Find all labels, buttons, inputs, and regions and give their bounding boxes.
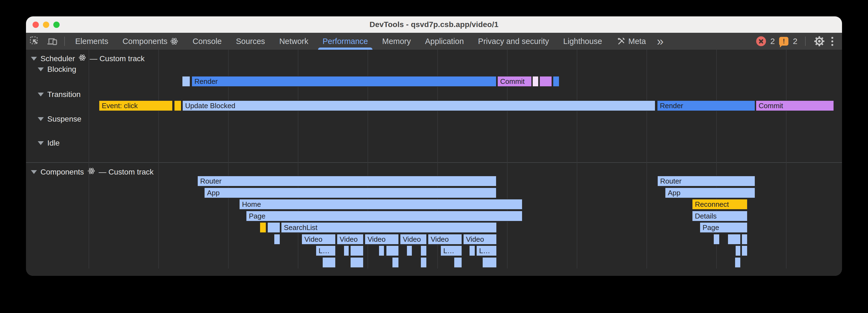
tab-lighthouse[interactable]: Lighthouse xyxy=(556,33,609,50)
flame-bar-video[interactable]: Video xyxy=(463,234,497,245)
settings-gear-icon[interactable] xyxy=(813,35,825,47)
collapse-triangle-icon[interactable] xyxy=(38,67,44,71)
flame-bar-home[interactable]: Home xyxy=(239,199,523,210)
flame-bar-event-click[interactable]: Event: click xyxy=(99,100,173,111)
tab-label: Performance xyxy=(322,37,368,46)
devtools-tabbar: ElementsComponentsConsoleSourcesNetworkP… xyxy=(26,33,842,50)
flame-bar-video[interactable]: Video xyxy=(301,234,336,245)
collapse-triangle-icon[interactable] xyxy=(38,93,44,96)
flame-bar-app[interactable]: App xyxy=(204,187,497,198)
flame-bar[interactable] xyxy=(482,257,497,268)
lane-suspense[interactable]: Suspense xyxy=(38,115,82,124)
lane-transition[interactable]: Transition xyxy=(38,90,81,99)
track-name: Components xyxy=(40,168,84,176)
flame-bar[interactable] xyxy=(420,245,427,256)
flame-bar[interactable] xyxy=(267,222,280,233)
flame-bar[interactable] xyxy=(735,257,741,268)
more-tabs-icon[interactable]: » xyxy=(653,33,667,50)
flame-bar-render[interactable]: Render xyxy=(191,76,497,87)
flame-bar-app[interactable]: App xyxy=(665,187,755,198)
tools-icon xyxy=(616,37,626,46)
collapse-triangle-icon[interactable] xyxy=(31,170,37,174)
timeline-gridline xyxy=(647,50,647,269)
error-count[interactable]: 2 xyxy=(770,37,775,46)
flame-bar-reconnect[interactable]: Reconnect xyxy=(692,199,748,210)
error-badge-icon[interactable] xyxy=(756,36,766,46)
flame-bar[interactable] xyxy=(532,76,539,87)
flame-bar[interactable] xyxy=(469,245,475,256)
flame-bar-video[interactable]: Video xyxy=(365,234,399,245)
inspect-icon[interactable] xyxy=(26,33,43,50)
flame-bar-details[interactable]: Details xyxy=(692,211,748,221)
timeline-gridline xyxy=(786,50,786,269)
tab-meta[interactable]: Meta xyxy=(609,33,653,50)
flame-bar-searchlist[interactable]: SearchList xyxy=(281,222,497,233)
flame-bar[interactable] xyxy=(350,245,364,256)
flame-bar[interactable] xyxy=(553,76,560,87)
flame-bar-router[interactable]: Router xyxy=(657,176,755,186)
tab-components[interactable]: Components xyxy=(115,33,185,50)
timeline-gridline xyxy=(577,50,577,269)
flame-bar-commit[interactable]: Commit xyxy=(755,100,834,111)
flame-bar[interactable] xyxy=(343,245,349,256)
collapse-triangle-icon[interactable] xyxy=(38,117,44,121)
flame-bar-video[interactable]: Video xyxy=(400,234,427,245)
flame-bar-l-[interactable]: L… xyxy=(440,245,462,256)
flame-bar-page[interactable]: Page xyxy=(246,211,523,221)
tab-memory[interactable]: Memory xyxy=(375,33,418,50)
flame-bar-l-[interactable]: L… xyxy=(316,245,336,256)
flame-bar[interactable] xyxy=(392,257,399,268)
tab-elements[interactable]: Elements xyxy=(68,33,115,50)
track-separator xyxy=(26,162,842,163)
tab-label: Privacy and security xyxy=(478,37,549,46)
lane-idle[interactable]: Idle xyxy=(38,139,60,147)
flame-bar-render[interactable]: Render xyxy=(657,100,755,111)
tab-application[interactable]: Application xyxy=(418,33,471,50)
tab-sources[interactable]: Sources xyxy=(229,33,272,50)
performance-content: Scheduler — Custom track Blocking Transi… xyxy=(26,50,842,276)
flame-bar[interactable] xyxy=(182,76,190,87)
tab-console[interactable]: Console xyxy=(185,33,228,50)
flame-bar[interactable] xyxy=(386,245,399,256)
kebab-menu-icon[interactable] xyxy=(830,37,835,46)
zoom-button[interactable] xyxy=(53,22,60,28)
flame-bar-commit[interactable]: Commit xyxy=(497,76,532,87)
warning-count[interactable]: 2 xyxy=(793,37,798,46)
flame-bar[interactable] xyxy=(420,257,427,268)
flame-bar[interactable] xyxy=(454,257,462,268)
device-toolbar-icon[interactable] xyxy=(43,33,61,50)
flame-bar[interactable] xyxy=(378,245,384,256)
collapse-triangle-icon[interactable] xyxy=(31,57,37,61)
flame-bar[interactable] xyxy=(741,234,748,245)
flame-bar-router[interactable]: Router xyxy=(197,176,497,186)
flame-bar-video[interactable]: Video xyxy=(428,234,462,245)
collapse-triangle-icon[interactable] xyxy=(38,141,44,145)
timeline-gridline xyxy=(158,50,159,269)
react-atom-icon xyxy=(170,37,178,45)
flame-bar[interactable] xyxy=(741,245,748,256)
flame-bar[interactable] xyxy=(174,100,182,111)
minimize-button[interactable] xyxy=(43,22,49,28)
flame-bar[interactable] xyxy=(713,234,720,245)
flame-bar[interactable] xyxy=(322,257,336,268)
flame-bar[interactable] xyxy=(350,257,364,268)
flame-bar-l-[interactable]: L… xyxy=(476,245,497,256)
warning-badge-icon[interactable]: ! xyxy=(779,37,788,46)
close-button[interactable] xyxy=(33,22,39,28)
flame-bar[interactable] xyxy=(539,76,552,87)
flame-bar[interactable] xyxy=(735,245,741,256)
track-header-components[interactable]: Components — Custom track xyxy=(31,167,153,177)
tab-privacy-and-security[interactable]: Privacy and security xyxy=(471,33,556,50)
tab-network[interactable]: Network xyxy=(272,33,315,50)
flame-bar-page[interactable]: Page xyxy=(700,222,748,233)
track-header-scheduler[interactable]: Scheduler — Custom track xyxy=(31,54,145,63)
tab-performance[interactable]: Performance xyxy=(315,33,375,50)
flame-bar[interactable] xyxy=(727,234,741,245)
flame-bar[interactable] xyxy=(274,234,280,245)
flame-bar[interactable] xyxy=(259,222,266,233)
tabbar-divider xyxy=(64,37,65,46)
flame-bar-video[interactable]: Video xyxy=(337,234,364,245)
lane-blocking[interactable]: Blocking xyxy=(38,65,76,74)
flame-bar-update-blocked[interactable]: Update Blocked xyxy=(182,100,655,111)
flame-bar[interactable] xyxy=(406,245,412,256)
